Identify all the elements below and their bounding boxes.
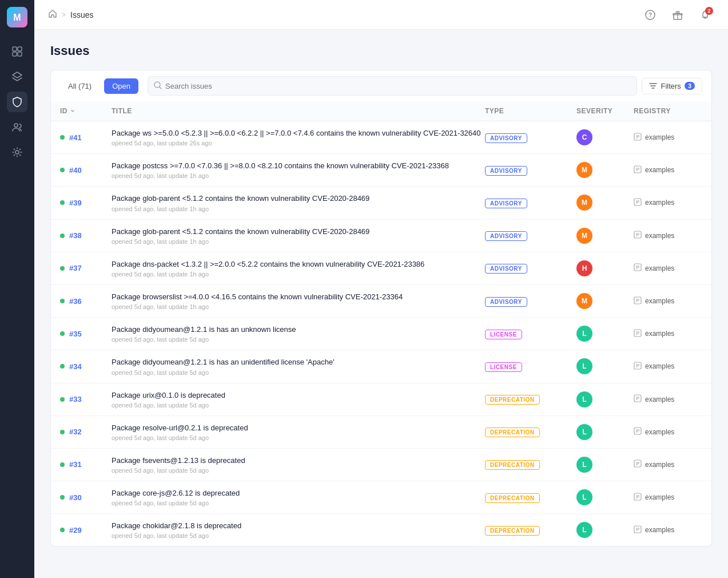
row-id-text: #35 [69, 330, 82, 338]
row-id-text: #32 [69, 427, 82, 436]
tab-open[interactable]: Open [104, 78, 138, 94]
issues-toolbar: All (71) Open Filters 3 [50, 70, 712, 101]
row-title-block: Package dns-packet <1.3.2 || >=2.0.0 <5.… [112, 259, 485, 278]
app-logo[interactable]: M [7, 7, 27, 27]
row-severity: L [576, 522, 634, 538]
registry-name: examples [645, 461, 674, 469]
row-severity: L [576, 358, 634, 374]
gift-icon[interactable] [669, 6, 687, 24]
row-severity: M [576, 195, 634, 211]
row-type: ADVISORY [485, 165, 576, 176]
table-row[interactable]: #29 Package chokidar@2.1.8 is deprecated… [51, 514, 711, 546]
row-title-block: Package didyoumean@1.2.1 is has an unide… [112, 357, 485, 375]
row-title-block: Package chokidar@2.1.8 is deprecated ope… [112, 521, 485, 539]
settings-icon[interactable] [7, 142, 27, 163]
layers-icon[interactable] [7, 66, 27, 87]
notification-icon[interactable]: 2 [696, 6, 714, 24]
registry-name: examples [645, 493, 674, 501]
row-id: #33 [60, 395, 112, 403]
row-title-block: Package glob-parent <5.1.2 contains the … [112, 227, 485, 245]
page-content: Issues All (71) Open Filters 3 [34, 30, 728, 578]
svg-rect-3 [18, 47, 22, 51]
table-row[interactable]: #35 Package didyoumean@1.2.1 is has an u… [51, 318, 711, 350]
table-row[interactable]: #37 Package dns-packet <1.3.2 || >=2.0.0… [51, 252, 711, 285]
type-badge: ADVISORY [485, 264, 527, 274]
registry-icon [634, 198, 642, 208]
svg-text:M: M [13, 13, 21, 22]
registry-icon [634, 133, 642, 142]
table-row[interactable]: #39 Package glob-parent <5.1.2 contains … [51, 187, 711, 219]
row-meta: opened 5d ago, last update 1h ago [112, 238, 485, 245]
users-icon[interactable] [7, 117, 27, 137]
table-row[interactable]: #36 Package browserslist >=4.0.0 <4.16.5… [51, 285, 711, 318]
row-type: ADVISORY [485, 263, 576, 274]
type-badge: LICENSE [485, 362, 522, 372]
row-registry: examples [634, 394, 702, 404]
help-icon[interactable]: ? [641, 6, 659, 24]
row-meta: opened 5d ago, last update 1h ago [112, 205, 485, 212]
row-registry: examples [634, 165, 702, 175]
type-badge: ADVISORY [485, 231, 527, 241]
registry-name: examples [645, 330, 674, 338]
filters-button[interactable]: Filters 3 [642, 78, 702, 94]
breadcrumb-home-icon[interactable] [48, 9, 57, 21]
row-title-block: Package didyoumean@1.2.1 is has an unkno… [112, 324, 485, 343]
row-id: #29 [60, 526, 112, 535]
table-row[interactable]: #33 Package urix@0.1.0 is deprecated ope… [51, 383, 711, 416]
registry-icon [634, 231, 642, 240]
header-id[interactable]: Id [60, 107, 112, 115]
registry-icon [634, 296, 642, 306]
tab-all[interactable]: All (71) [60, 78, 100, 94]
row-title: Package glob-parent <5.1.2 contains the … [112, 227, 485, 237]
table-row[interactable]: #40 Package postcss >=7.0.0 <7.0.36 || >… [51, 154, 711, 187]
status-dot [60, 397, 65, 402]
row-registry: examples [634, 296, 702, 306]
registry-icon [634, 263, 642, 273]
topbar-actions: ? 2 [641, 6, 714, 24]
row-title: Package glob-parent <5.1.2 contains the … [112, 193, 485, 204]
row-meta: opened 5d ago, last update 5d ago [112, 532, 485, 539]
header-title: Title [112, 107, 485, 115]
search-icon [154, 81, 162, 91]
row-meta: opened 5d ago, last update 1h ago [112, 271, 485, 278]
row-id-text: #30 [69, 493, 82, 502]
row-type: ADVISORY [485, 132, 576, 143]
row-type: ADVISORY [485, 230, 576, 241]
row-meta: opened 5d ago, last update 5d ago [112, 336, 485, 343]
status-dot [60, 495, 65, 500]
row-id: #41 [60, 133, 112, 142]
table-row[interactable]: #32 Package resolve-url@0.2.1 is depreca… [51, 416, 711, 449]
filters-label: Filters [661, 82, 681, 90]
row-id: #32 [60, 427, 112, 436]
registry-icon [634, 525, 642, 535]
row-id-text: #33 [69, 395, 82, 403]
registry-name: examples [645, 232, 674, 240]
row-meta: opened 5d ago, last update 1h ago [112, 172, 485, 179]
row-meta: opened 5d ago, last update 5d ago [112, 500, 485, 506]
table-row[interactable]: #38 Package glob-parent <5.1.2 contains … [51, 220, 711, 252]
row-title: Package browserslist >=4.0.0 <4.16.5 con… [112, 292, 485, 302]
notification-count: 2 [705, 7, 713, 15]
row-title: Package dns-packet <1.3.2 || >=2.0.0 <5.… [112, 259, 485, 270]
header-severity: Severity [576, 107, 634, 115]
table-row[interactable]: #34 Package didyoumean@1.2.1 is has an u… [51, 350, 711, 383]
search-input[interactable] [165, 82, 631, 90]
status-dot [60, 331, 65, 336]
breadcrumb-separator: > [62, 11, 66, 19]
row-id: #40 [60, 166, 112, 175]
table-row[interactable]: #31 Package fsevents@1.2.13 is deprecate… [51, 449, 711, 481]
table-header: Id Title Type Severity Registry [51, 101, 711, 121]
table-row[interactable]: #30 Package core-js@2.6.12 is deprecated… [51, 481, 711, 514]
registry-name: examples [645, 166, 674, 174]
shield-icon[interactable] [7, 92, 27, 112]
registry-icon [634, 460, 642, 469]
registry-icon [634, 165, 642, 175]
registry-icon [634, 329, 642, 339]
row-meta: opened 5d ago, last update 5d ago [112, 402, 485, 409]
row-severity: L [576, 457, 634, 473]
dashboard-icon[interactable] [7, 41, 27, 62]
row-registry: examples [634, 263, 702, 273]
table-row[interactable]: #41 Package ws >=5.0.0 <5.2.3 || >=6.0.0… [51, 121, 711, 154]
row-severity: L [576, 326, 634, 342]
row-severity: M [576, 228, 634, 244]
